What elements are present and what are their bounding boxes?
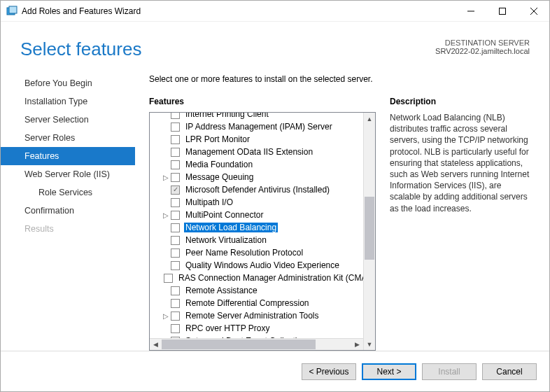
wizard-window: Add Roles and Features Wizard Select fea… [0, 0, 550, 392]
feature-row[interactable]: RPC over HTTP Proxy [150, 322, 363, 335]
vertical-scrollbar[interactable]: ▲ ▼ [363, 113, 375, 350]
feature-label[interactable]: Management OData IIS Extension [184, 147, 314, 157]
feature-label[interactable]: Network Load Balancing [184, 223, 278, 232]
feature-label[interactable]: RPC over HTTP Proxy [184, 323, 271, 333]
features-heading: Features [149, 97, 376, 106]
svg-rect-1 [9, 6, 17, 13]
feature-row[interactable]: Microsoft Defender Antivirus (Installed) [150, 183, 363, 196]
nav-web-server-role[interactable]: Web Server Role (IIS) [1, 165, 135, 183]
nav-confirmation[interactable]: Confirmation [1, 202, 135, 220]
feature-label[interactable]: Multipath I/O [184, 197, 234, 207]
minimize-button[interactable] [455, 1, 486, 22]
cancel-button[interactable]: Cancel [482, 363, 537, 380]
feature-row[interactable]: RAS Connection Manager Administration Ki… [150, 272, 363, 284]
feature-row[interactable]: Quality Windows Audio Video Experience [150, 259, 363, 272]
destination-server: SRV2022-02.jamiltech.local [435, 47, 530, 55]
instruction-text: Select one or more features to install o… [149, 74, 530, 84]
feature-checkbox[interactable] [171, 286, 180, 295]
scroll-left-icon[interactable]: ◀ [150, 339, 162, 351]
features-tree[interactable]: Internet Printing ClientIP Address Manag… [150, 113, 363, 338]
feature-row[interactable]: ▷MultiPoint Connector [150, 209, 363, 221]
feature-row[interactable]: Network Load Balancing [150, 221, 363, 234]
feature-label[interactable]: Message Queuing [184, 172, 255, 182]
nav-results: Results [1, 220, 135, 238]
content: Before You Begin Installation Type Serve… [1, 67, 549, 351]
page-title: Select features [20, 38, 141, 60]
svg-rect-3 [499, 8, 505, 14]
feature-row[interactable]: IP Address Management (IPAM) Server [150, 120, 363, 133]
feature-label[interactable]: Remote Differential Compression [184, 298, 311, 308]
previous-button[interactable]: < Previous [302, 363, 356, 380]
features-panel: Features Internet Printing ClientIP Addr… [149, 97, 376, 351]
feature-row[interactable]: ▷Remote Server Administration Tools [150, 309, 363, 322]
feature-checkbox[interactable] [171, 173, 180, 182]
scroll-up-icon[interactable]: ▲ [364, 113, 375, 125]
feature-label[interactable]: LPR Port Monitor [184, 134, 251, 144]
feature-label[interactable]: IP Address Management (IPAM) Server [184, 122, 334, 132]
feature-label[interactable]: Network Virtualization [184, 235, 268, 245]
nav-server-selection[interactable]: Server Selection [1, 111, 135, 129]
feature-label[interactable]: Internet Printing Client [184, 113, 270, 119]
feature-checkbox[interactable] [171, 160, 180, 169]
nav-role-services[interactable]: Role Services [1, 183, 135, 202]
feature-row[interactable]: LPR Port Monitor [150, 133, 363, 146]
feature-checkbox[interactable] [171, 261, 180, 270]
expander-icon[interactable]: ▷ [162, 211, 169, 219]
vscroll-thumb[interactable] [365, 197, 374, 260]
feature-checkbox[interactable] [171, 186, 180, 195]
feature-row[interactable]: Remote Assistance [150, 284, 363, 297]
feature-checkbox[interactable] [171, 211, 180, 220]
feature-checkbox[interactable] [171, 324, 180, 333]
nav-features[interactable]: Features [1, 147, 135, 165]
feature-checkbox[interactable] [171, 113, 180, 119]
feature-row[interactable]: Network Virtualization [150, 234, 363, 246]
feature-checkbox[interactable] [164, 274, 173, 283]
maximize-button[interactable] [486, 1, 518, 22]
hscroll-thumb[interactable] [162, 340, 316, 349]
feature-label[interactable]: Microsoft Defender Antivirus (Installed) [184, 185, 331, 195]
nav-installation-type[interactable]: Installation Type [1, 92, 135, 111]
feature-row[interactable]: Remote Differential Compression [150, 297, 363, 309]
feature-checkbox[interactable] [171, 299, 180, 308]
window-controls [455, 1, 549, 22]
expander-icon[interactable]: ▷ [162, 312, 169, 320]
feature-row[interactable]: Media Foundation [150, 158, 363, 171]
destination-label: DESTINATION SERVER [435, 38, 530, 47]
scroll-down-icon[interactable]: ▼ [364, 338, 375, 350]
scroll-right-icon[interactable]: ▶ [351, 339, 363, 351]
nav-before-you-begin[interactable]: Before You Begin [1, 74, 135, 92]
feature-label[interactable]: Remote Server Administration Tools [184, 311, 320, 321]
feature-row[interactable]: Internet Printing Client [150, 113, 363, 120]
feature-row[interactable]: Management OData IIS Extension [150, 146, 363, 158]
feature-checkbox[interactable] [171, 236, 180, 245]
feature-label[interactable]: Remote Assistance [184, 286, 259, 295]
app-icon [6, 6, 17, 17]
feature-label[interactable]: Quality Windows Audio Video Experience [184, 260, 341, 270]
expander-icon[interactable]: ▷ [162, 174, 169, 181]
next-button[interactable]: Next > [362, 363, 416, 380]
description-text: Network Load Balancing (NLB) distributes… [390, 112, 530, 214]
description-heading: Description [390, 97, 530, 106]
feature-label[interactable]: MultiPoint Connector [184, 210, 265, 220]
feature-label[interactable]: Peer Name Resolution Protocol [184, 248, 304, 258]
feature-checkbox[interactable] [171, 248, 180, 258]
window-title: Add Roles and Features Wizard [22, 6, 455, 16]
feature-checkbox[interactable] [171, 223, 180, 232]
description-panel: Description Network Load Balancing (NLB)… [390, 97, 530, 351]
header: Select features DESTINATION SERVER SRV20… [1, 22, 549, 67]
feature-checkbox[interactable] [171, 148, 180, 157]
horizontal-scrollbar[interactable]: ◀ ▶ [150, 338, 363, 350]
feature-row[interactable]: Peer Name Resolution Protocol [150, 246, 363, 259]
footer: < Previous Next > Install Cancel [1, 351, 549, 391]
nav-server-roles[interactable]: Server Roles [1, 129, 135, 147]
feature-checkbox[interactable] [171, 198, 180, 207]
feature-label[interactable]: RAS Connection Manager Administration Ki… [177, 273, 363, 283]
feature-checkbox[interactable] [171, 122, 180, 132]
feature-row[interactable]: ▷Message Queuing [150, 171, 363, 183]
feature-row[interactable]: Multipath I/O [150, 196, 363, 209]
feature-label[interactable]: Media Foundation [184, 160, 254, 169]
feature-checkbox[interactable] [171, 312, 180, 321]
feature-checkbox[interactable] [171, 135, 180, 144]
close-button[interactable] [518, 1, 549, 22]
features-tree-container: Internet Printing ClientIP Address Manag… [149, 112, 376, 351]
